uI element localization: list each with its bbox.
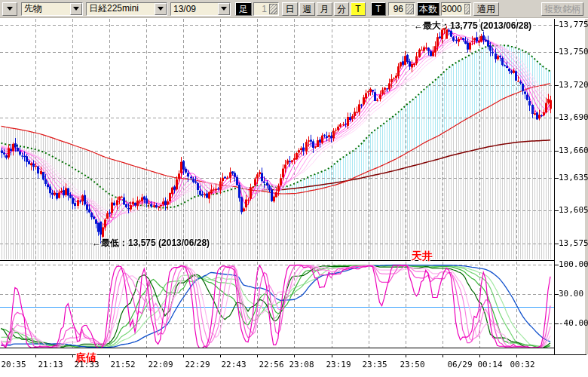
nav-dropdown-button[interactable] [2,2,17,16]
chevron-down-icon[interactable] [218,3,230,15]
category-value: 先物 [22,2,70,15]
time-axis-label: 22:43 [221,360,246,369]
multi-symbol-button[interactable]: 複数銘柄 [541,2,583,16]
t-button[interactable]: T [371,2,386,16]
contract-value: 13/09 [171,4,218,14]
time-axis-label: 22:56 [259,360,283,369]
spinner-icon[interactable] [269,4,277,14]
price-axis-label: 13,690 [559,112,588,122]
honsu-button[interactable]: 本数 [417,2,439,16]
chart-area: ←最大：13,775 (2013/06/28) ←最低：13,575 (2013… [0,0,588,377]
rci-axis-label: -40.00 [559,318,588,328]
period-minute-button[interactable]: 分 [334,2,349,16]
price-axis-label: 13,605 [559,205,588,215]
chart-canvas[interactable] [0,0,588,377]
time-axis-label: 23:08 [289,360,314,369]
tick-toggle-button[interactable]: T [351,2,366,16]
spinner-icon[interactable] [464,4,470,14]
interval-field[interactable]: 1 [253,2,279,16]
period-week-button[interactable]: 週 [299,2,315,16]
rci-axis-label: 100.00 [559,259,588,269]
time-axis-label: 20:35 [1,360,26,369]
category-select[interactable]: 先物 [21,2,83,16]
time-axis-label: 21:52 [110,360,135,369]
time-axis-label: 23:50 [400,360,424,369]
symbol-select[interactable]: 日経225mini [86,2,167,16]
price-axis-label: 13,750 [559,47,588,57]
t-value-field[interactable]: 96 [388,2,415,16]
price-axis-label: 13,575 [559,238,588,248]
chart-window: ←最大：13,775 (2013/06/28) ←最低：13,575 (2013… [0,0,588,377]
t-value: 96 [389,4,405,14]
apply-button[interactable]: 適用 [473,2,499,16]
time-axis-label: 21:33 [74,360,99,369]
price-axis-label: 13,660 [559,146,588,155]
honsu-value-field[interactable]: 3000 [441,2,471,16]
chevron-down-icon [7,7,13,11]
period-day-button[interactable]: 日 [282,2,298,16]
period-month-button[interactable]: 月 [317,2,332,16]
chevron-down-icon[interactable] [70,3,82,15]
time-axis-label: 22:29 [185,360,210,369]
time-axis-label: 21:13 [38,360,63,369]
max-price-annotation: ←最大：13,775 (2013/06/28) [414,20,531,32]
time-axis-label: 23:35 [362,360,387,369]
right-edge-strip [585,19,588,354]
spinner-icon[interactable] [406,4,414,14]
rci-axis-label: 30.00 [559,289,583,299]
contract-month-select[interactable]: 13/09 [170,2,231,16]
honsu-value: 3000 [442,4,464,14]
chevron-down-icon[interactable] [155,3,167,15]
ashi-button[interactable]: 足 [235,2,252,16]
time-axis-label: 00:14 [477,360,502,369]
price-axis-label: 13,775 [559,20,588,29]
interval-value: 1 [254,4,268,14]
time-axis-label: 06/29 [447,360,472,369]
time-axis-label: 23:19 [326,360,351,369]
ceiling-annotation: 天井 [412,250,433,263]
time-axis-label: 00:32 [510,360,534,369]
min-price-annotation: ←最低：13,575 (2013/06/28) [92,237,210,250]
time-axis-label: 22:09 [148,360,173,369]
price-axis-label: 13,635 [559,173,588,182]
toolbar: 先物 日経225mini 13/09 足 1 日 週 月 分 T T 96 本数… [0,0,588,18]
symbol-value: 日経225mini [87,2,155,15]
price-axis-label: 13,720 [559,80,588,90]
